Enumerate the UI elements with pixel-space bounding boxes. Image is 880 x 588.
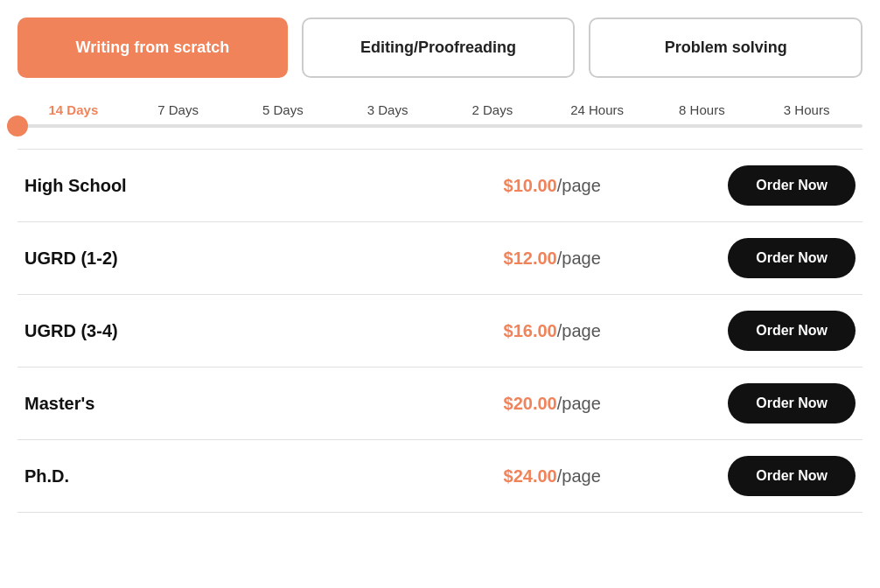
- pricing-row-ugrd12: UGRD (1-2) $12.00/page Order Now: [17, 222, 863, 295]
- price-amount-ugrd12: $12.00: [504, 248, 557, 268]
- deadline-slider-track[interactable]: [17, 124, 863, 128]
- pricing-row-highschool: High School $10.00/page Order Now: [17, 150, 863, 222]
- level-ugrd34: UGRD (3-4): [24, 321, 376, 341]
- deadline-2days[interactable]: 2 Days: [440, 102, 545, 117]
- pricing-table: High School $10.00/page Order Now UGRD (…: [17, 149, 863, 513]
- level-phd: Ph.D.: [24, 466, 376, 486]
- price-ugrd34: $16.00/page: [376, 321, 728, 341]
- pricing-row-ugrd34: UGRD (3-4) $16.00/page Order Now: [17, 295, 863, 368]
- tab-writing[interactable]: Writing from scratch: [17, 18, 288, 78]
- tab-editing[interactable]: Editing/Proofreading: [302, 18, 576, 78]
- price-amount-masters: $20.00: [504, 394, 557, 413]
- deadline-5days[interactable]: 5 Days: [231, 102, 336, 117]
- order-btn-ugrd12[interactable]: Order Now: [728, 238, 856, 278]
- price-phd: $24.00/page: [376, 466, 728, 486]
- price-unit-phd: /page: [557, 466, 601, 486]
- price-unit-ugrd34: /page: [557, 321, 601, 340]
- order-btn-masters[interactable]: Order Now: [728, 383, 856, 424]
- deadline-slider-thumb[interactable]: [7, 116, 28, 136]
- deadline-24hours[interactable]: 24 Hours: [545, 102, 650, 117]
- price-amount-highschool: $10.00: [504, 176, 557, 195]
- deadline-3days[interactable]: 3 Days: [335, 102, 440, 117]
- deadline-7days[interactable]: 7 Days: [126, 102, 231, 117]
- price-masters: $20.00/page: [376, 394, 728, 414]
- main-container: Writing from scratch Editing/Proofreadin…: [0, 0, 880, 530]
- price-amount-phd: $24.00: [504, 466, 557, 486]
- level-masters: Master's: [24, 394, 376, 414]
- price-amount-ugrd34: $16.00: [504, 321, 557, 340]
- tab-problem[interactable]: Problem solving: [589, 18, 863, 78]
- deadline-8hours[interactable]: 8 Hours: [650, 102, 755, 117]
- price-ugrd12: $12.00/page: [376, 248, 728, 269]
- tab-group: Writing from scratch Editing/Proofreadin…: [17, 18, 863, 78]
- deadline-selector: 14 Days 7 Days 5 Days 3 Days 2 Days 24 H…: [17, 102, 863, 117]
- order-btn-phd[interactable]: Order Now: [728, 456, 856, 496]
- order-btn-highschool[interactable]: Order Now: [728, 165, 856, 206]
- deadline-3hours[interactable]: 3 Hours: [754, 102, 859, 117]
- price-unit-highschool: /page: [557, 176, 601, 195]
- pricing-row-masters: Master's $20.00/page Order Now: [17, 368, 863, 440]
- pricing-row-phd: Ph.D. $24.00/page Order Now: [17, 440, 863, 513]
- price-unit-ugrd12: /page: [557, 248, 601, 268]
- deadline-14days[interactable]: 14 Days: [21, 102, 126, 117]
- order-btn-ugrd34[interactable]: Order Now: [728, 311, 856, 351]
- price-unit-masters: /page: [557, 394, 601, 413]
- level-ugrd12: UGRD (1-2): [24, 248, 376, 269]
- level-highschool: High School: [24, 176, 376, 196]
- price-highschool: $10.00/page: [376, 176, 728, 196]
